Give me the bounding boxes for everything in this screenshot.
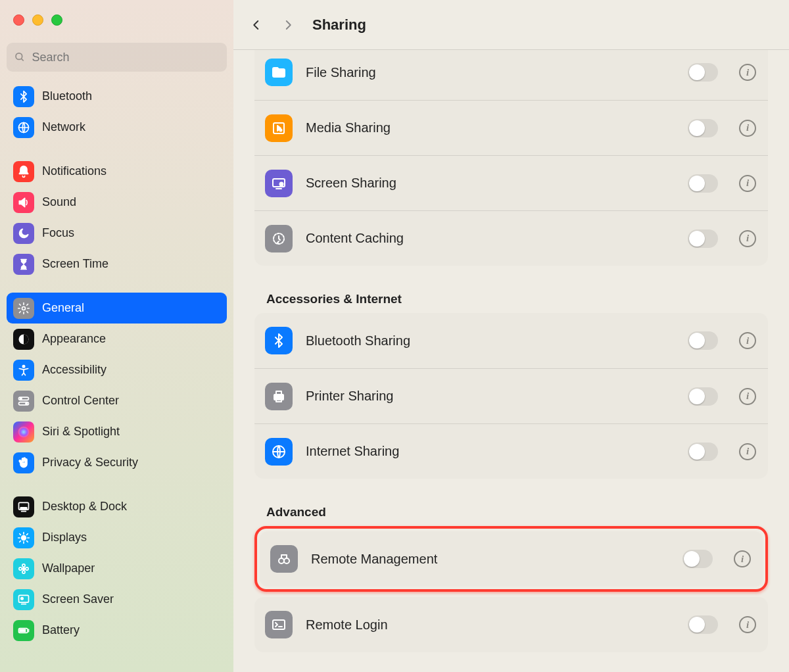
sidebar: BluetoothNetworkNotificationsSoundFocusS… bbox=[0, 0, 233, 672]
info-button[interactable]: i bbox=[739, 175, 756, 192]
chevron-right-icon bbox=[282, 17, 294, 33]
bell-icon bbox=[13, 161, 34, 182]
svg-point-37 bbox=[284, 558, 289, 564]
row-label: File Sharing bbox=[306, 65, 675, 80]
sidebar-item-label: Screen Saver bbox=[42, 592, 114, 606]
sidebar-item-appearance[interactable]: Appearance bbox=[7, 324, 227, 354]
sharing-row-media-sharing: Media Sharingi bbox=[254, 100, 768, 155]
sidebar-item-screen-saver[interactable]: Screen Saver bbox=[7, 584, 227, 615]
info-button[interactable]: i bbox=[739, 443, 756, 460]
sidebar-item-wallpaper[interactable]: Wallpaper bbox=[7, 553, 227, 584]
settings-card: Bluetooth SharingiPrinter SharingiIntern… bbox=[254, 313, 768, 479]
hourglass-icon bbox=[13, 254, 34, 275]
sidebar-item-privacy-security[interactable]: Privacy & Security bbox=[7, 447, 227, 478]
row-label: Content Caching bbox=[306, 231, 675, 246]
info-button[interactable]: i bbox=[739, 388, 756, 405]
toggle-content-caching[interactable] bbox=[688, 229, 718, 248]
sidebar-item-control-center[interactable]: Control Center bbox=[7, 385, 227, 416]
svg-point-19 bbox=[26, 567, 28, 569]
close-window-button[interactable] bbox=[13, 14, 24, 26]
forward-button[interactable] bbox=[277, 14, 299, 36]
header: Sharing bbox=[233, 0, 789, 50]
row-label: Remote Management bbox=[311, 552, 669, 567]
search-field[interactable] bbox=[7, 43, 227, 72]
svg-point-16 bbox=[22, 564, 25, 566]
sidebar-item-desktop-dock[interactable]: Desktop & Dock bbox=[7, 491, 227, 522]
svg-line-1 bbox=[21, 59, 23, 60]
sidebar-item-accessibility[interactable]: Accessibility bbox=[7, 354, 227, 385]
flower-icon bbox=[13, 558, 34, 579]
toggle-internet-sharing[interactable] bbox=[688, 443, 718, 461]
row-label: Screen Sharing bbox=[306, 176, 675, 191]
svg-rect-20 bbox=[19, 595, 29, 602]
search-input[interactable] bbox=[32, 51, 219, 64]
svg-point-27 bbox=[280, 129, 282, 131]
accessibility-icon bbox=[13, 360, 34, 381]
sidebar-item-sound[interactable]: Sound bbox=[7, 187, 227, 218]
bluetooth-icon bbox=[265, 327, 293, 354]
minimize-window-button[interactable] bbox=[32, 14, 43, 26]
globe-icon bbox=[265, 438, 293, 466]
info-button[interactable]: i bbox=[739, 64, 756, 81]
siri-icon bbox=[13, 421, 34, 443]
info-button[interactable]: i bbox=[739, 120, 756, 137]
sidebar-item-siri-spotlight[interactable]: Siri & Spotlight bbox=[7, 416, 227, 447]
screensaver-icon bbox=[13, 589, 34, 610]
sidebar-item-general[interactable]: General bbox=[7, 293, 227, 324]
info-button[interactable]: i bbox=[739, 616, 756, 633]
settings-card: Remote Managementi bbox=[260, 531, 763, 587]
sidebar-item-label: Displays bbox=[42, 531, 87, 544]
row-label: Remote Login bbox=[306, 617, 675, 633]
sidebar-item-screen-time[interactable]: Screen Time bbox=[7, 249, 227, 279]
sharing-row-internet-sharing: Internet Sharingi bbox=[254, 423, 768, 479]
sharing-row-printer-sharing: Printer Sharingi bbox=[254, 368, 768, 423]
sidebar-item-focus[interactable]: Focus bbox=[7, 218, 227, 249]
dock-icon bbox=[13, 496, 34, 517]
toggle-remote-management[interactable] bbox=[682, 550, 713, 568]
gear-icon bbox=[13, 298, 34, 319]
sidebar-item-label: Siri & Spotlight bbox=[42, 425, 120, 439]
svg-rect-24 bbox=[20, 629, 25, 631]
svg-point-9 bbox=[26, 402, 28, 404]
fullscreen-window-button[interactable] bbox=[51, 14, 62, 26]
toggle-printer-sharing[interactable] bbox=[688, 387, 718, 406]
caching-icon bbox=[265, 225, 293, 252]
row-label: Media Sharing bbox=[306, 120, 675, 135]
toggle-screen-sharing[interactable] bbox=[688, 174, 718, 193]
toggle-file-sharing[interactable] bbox=[688, 63, 718, 82]
info-button[interactable]: i bbox=[739, 230, 756, 247]
svg-point-0 bbox=[16, 53, 22, 60]
sharing-row-bluetooth-sharing: Bluetooth Sharingi bbox=[254, 313, 768, 368]
sidebar-item-network[interactable]: Network bbox=[7, 112, 227, 143]
info-button[interactable]: i bbox=[734, 550, 751, 567]
toggle-bluetooth-sharing[interactable] bbox=[688, 331, 718, 350]
sharing-row-content-caching: Content Cachingi bbox=[254, 210, 768, 266]
sidebar-item-label: Appearance bbox=[42, 332, 106, 346]
sharing-row-file-sharing: File Sharingi bbox=[254, 50, 768, 100]
sun-icon bbox=[13, 527, 34, 548]
sidebar-item-label: Privacy & Security bbox=[42, 456, 138, 469]
svg-point-29 bbox=[280, 182, 283, 185]
chevron-left-icon bbox=[251, 17, 262, 33]
toggle-remote-login[interactable] bbox=[688, 615, 718, 634]
svg-point-15 bbox=[22, 567, 24, 569]
sidebar-item-battery[interactable]: Battery bbox=[7, 615, 227, 646]
toggle-media-sharing[interactable] bbox=[688, 119, 718, 137]
sidebar-item-displays[interactable]: Displays bbox=[7, 522, 227, 553]
info-button[interactable]: i bbox=[739, 332, 756, 349]
svg-point-21 bbox=[21, 597, 23, 599]
folder-icon bbox=[265, 59, 293, 86]
sidebar-item-bluetooth[interactable]: Bluetooth bbox=[7, 81, 227, 112]
media-icon bbox=[265, 114, 293, 142]
svg-point-14 bbox=[22, 535, 26, 540]
screenshare-icon bbox=[265, 170, 293, 197]
sidebar-item-notifications[interactable]: Notifications bbox=[7, 156, 227, 187]
section-title: Accessories & Internet bbox=[266, 292, 768, 306]
main-scroll[interactable]: File SharingiMedia SharingiScreen Sharin… bbox=[233, 50, 789, 672]
sidebar-item-label: Battery bbox=[42, 623, 80, 637]
settings-card: Remote Logini bbox=[254, 597, 768, 652]
back-button[interactable] bbox=[245, 14, 268, 36]
row-label: Internet Sharing bbox=[306, 444, 675, 459]
sidebar-item-label: Accessibility bbox=[42, 363, 107, 377]
binoculars-icon bbox=[270, 545, 298, 573]
